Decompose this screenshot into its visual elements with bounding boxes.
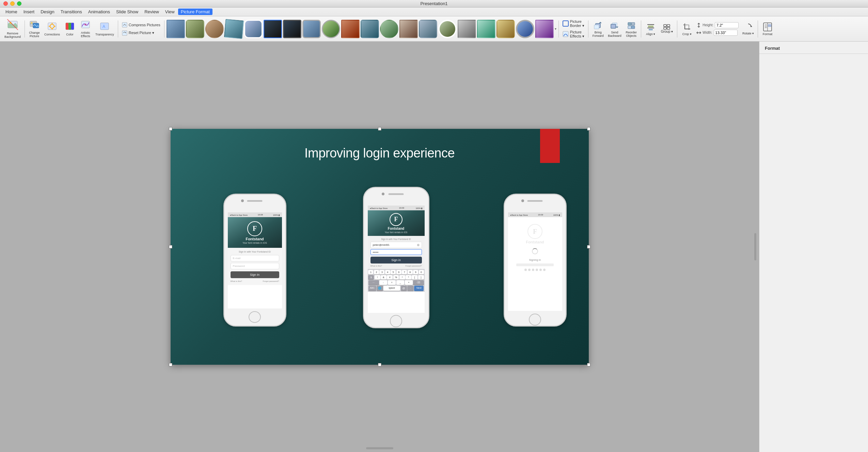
corrections-button[interactable]: Corrections [43,20,62,37]
kb-key-space[interactable]: space [383,286,400,291]
maximize-button[interactable] [17,1,21,6]
phone-right-home[interactable] [529,314,541,326]
menu-insert[interactable]: Insert [21,9,37,15]
phone-center-link-forgot[interactable]: Forgot password? [405,265,422,267]
kb-key-dash[interactable]: - [379,280,387,285]
pic-style-11[interactable] [361,20,379,38]
kb-key-amp[interactable]: & [381,275,386,280]
kb-key-3[interactable]: 3 [379,270,384,274]
kb-key-bracket-open[interactable]: [ [412,275,417,280]
kb-key-underscore[interactable]: _ [396,280,404,285]
phone-center-password-field[interactable]: •••••• [370,249,422,255]
phone-center-email-field[interactable]: peter@min60. ⊗ [370,242,422,248]
phone-left-link-forgot[interactable]: Forgot password? [263,280,279,282]
color-button[interactable]: Color [62,20,77,37]
kb-key-abc[interactable]: ABC [368,286,376,291]
kb-key-1[interactable]: 1 [368,270,373,274]
picture-effects-button[interactable]: PictureEffects ▾ [561,29,586,39]
phone-left-signin-btn[interactable]: Sign In [231,271,279,278]
kb-key-backspace[interactable]: ⌫ [413,280,424,285]
align-button[interactable]: Align ▾ [643,21,658,37]
kb-key-dollar[interactable]: $ [368,275,374,280]
pic-style-6[interactable] [264,20,282,38]
reorder-objects-button[interactable]: ReorderObjects [624,19,639,39]
handle-bl[interactable] [169,363,172,366]
kb-key-next[interactable]: Next [414,286,424,291]
kb-key-at[interactable]: @ [401,286,407,291]
kb-key-star[interactable]: * [406,275,411,280]
pic-style-9[interactable] [322,20,340,38]
rotate-button[interactable]: Rotate ▾ [741,22,756,36]
horizontal-scrollbar[interactable] [366,447,393,449]
kb-key-0[interactable]: 0 [419,270,424,274]
kb-key-7[interactable]: 7 [402,270,407,274]
kb-key-period[interactable]: . [407,286,413,291]
phone-left-email-field[interactable]: E-mail [231,255,279,261]
format-pane-button[interactable]: Format [760,21,775,37]
pic-style-16[interactable] [458,20,476,38]
kb-key-hash[interactable]: # [387,275,393,280]
pic-style-7[interactable] [283,20,301,38]
kb-key-emoji[interactable]: 🌐 [377,286,383,291]
crop-button[interactable]: Crop ▾ [679,21,694,37]
compress-pictures-button[interactable]: Compress Pictures [120,21,162,29]
kb-key-percent[interactable]: % [393,275,399,280]
pic-style-12[interactable] [380,20,398,38]
handle-ml[interactable] [169,245,172,248]
menu-picture-format[interactable]: Picture Format [178,9,212,15]
menu-home[interactable]: Home [3,9,20,15]
handle-tr[interactable] [587,127,590,131]
pic-style-18[interactable] [496,20,515,38]
picture-border-button[interactable]: PictureBorder ▾ [561,19,586,29]
pic-style-8[interactable] [302,20,321,38]
kb-key-caret[interactable]: ^ [399,275,405,280]
handle-tl[interactable] [169,127,172,131]
pic-style-10[interactable] [341,20,360,38]
remove-background-button[interactable]: RemoveBackground [3,18,22,40]
change-picture-button[interactable]: ChangePicture [27,19,42,39]
pic-style-19[interactable] [516,20,534,38]
handle-bc[interactable] [378,363,381,366]
kb-key-more[interactable]: ··· [368,280,379,285]
send-backward-button[interactable]: SendBackward [606,19,623,39]
pic-style-2[interactable] [186,20,204,38]
handle-mr[interactable] [587,245,590,248]
kb-key-8[interactable]: 8 [408,270,413,274]
pic-style-1[interactable] [167,20,185,38]
kb-key-5[interactable]: 5 [391,270,396,274]
menu-animations[interactable]: Animations [85,9,113,15]
handle-br[interactable] [587,363,590,366]
menu-review[interactable]: Review [142,9,162,15]
menu-slideshow[interactable]: Slide Show [113,9,141,15]
phone-center-clear-icon[interactable]: ⊗ [417,243,420,247]
vertical-scrollbar[interactable] [754,233,756,260]
phone-left-link-what[interactable]: What is this? [231,280,242,282]
reset-picture-button[interactable]: Reset Picture ▾ [120,29,156,37]
transparency-button[interactable]: A Transparency [94,20,116,37]
kb-key-equals[interactable]: = [388,280,396,285]
phone-center-link-what[interactable]: What is this? [370,265,382,267]
phone-center-home[interactable] [390,315,402,327]
kb-key-9[interactable]: 9 [413,270,418,274]
kb-key-exclaim[interactable]: ! [375,275,380,280]
minimize-button[interactable] [10,1,15,6]
pic-style-15[interactable] [438,20,457,38]
kb-key-6[interactable]: 6 [396,270,401,274]
height-input[interactable]: 7.2" [715,22,739,28]
styles-expand-arrow[interactable]: ▾ [555,27,556,31]
bring-forward-button[interactable]: BringForward [590,19,605,39]
close-button[interactable] [3,1,8,6]
kb-key-2[interactable]: 2 [374,270,379,274]
menu-design[interactable]: Design [38,9,57,15]
pic-style-4[interactable] [224,19,244,39]
handle-tc[interactable] [378,127,381,131]
pic-style-13[interactable] [399,20,418,38]
pic-style-3[interactable] [205,20,224,38]
pic-style-17[interactable] [477,20,495,38]
kb-key-plus[interactable]: + [405,280,413,285]
menu-view[interactable]: View [162,9,177,15]
group-button[interactable]: Group ▾ [660,24,675,34]
slide[interactable]: Improving login experience ◂ Back to App… [171,129,589,365]
pic-style-5[interactable] [244,20,263,38]
phone-left-password-field[interactable]: Password [231,263,279,269]
